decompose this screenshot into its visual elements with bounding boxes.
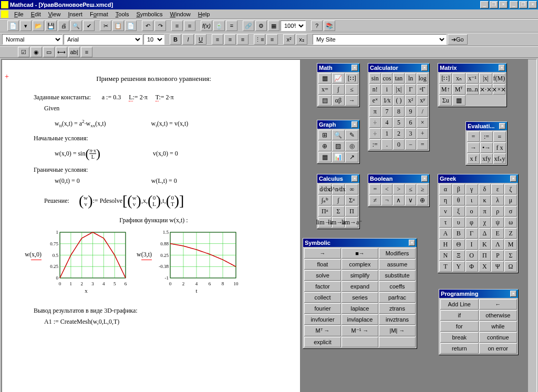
slider-ctrl[interactable]: ⟷ [56, 47, 67, 57]
graph-close[interactable]: × [351, 121, 358, 128]
prog-body-btn-9[interactable]: on error [479, 343, 518, 354]
eval-body-btn-4[interactable]: •→ [480, 142, 493, 153]
font-combo[interactable]: Arial [64, 34, 142, 45]
calc-body-btn-33[interactable]: − [405, 139, 417, 150]
sym-body-btn-19[interactable]: invlaplace [342, 314, 378, 325]
greek-body-btn-24[interactable]: Α [439, 228, 452, 239]
greek-body-btn-31[interactable]: Θ [452, 239, 465, 250]
print-button[interactable]: 🖨 [58, 20, 69, 31]
maximize-button[interactable]: ❐ [519, 1, 527, 8]
calc-body-btn-14[interactable]: xʸ [417, 95, 428, 106]
function-button[interactable]: f(x) [201, 20, 212, 31]
greek-body-btn-19[interactable]: υ [452, 217, 465, 228]
greek-body-btn-3[interactable]: δ [479, 184, 491, 194]
sym-body-btn-5[interactable]: assume [379, 259, 416, 270]
greek-body-btn-9[interactable]: κ [479, 195, 491, 205]
align-left-button[interactable]: ≡ [212, 34, 223, 45]
calculus-body-btn-11[interactable]: lim→a⁻ [345, 217, 358, 228]
calc-body-btn-17[interactable]: 8 [393, 106, 405, 117]
greek-body-btn-28[interactable]: Ε [491, 228, 504, 239]
contour-plot[interactable]: ◎ [345, 141, 358, 151]
calculus-body-btn-1[interactable]: d^n⁄dxⁿ [332, 184, 345, 194]
sym-body-btn-4[interactable]: complex [342, 259, 378, 270]
greek-body-btn-33[interactable]: Κ [479, 239, 491, 250]
zoom-plot[interactable]: 🔍 [332, 130, 345, 140]
calc-body-btn-32[interactable]: 0 [393, 139, 405, 150]
calc-body-btn-21[interactable]: 4 [381, 117, 393, 128]
matrix-body-btn-0[interactable]: [∷] [439, 73, 452, 84]
eval-body-btn-1[interactable]: := [480, 131, 493, 142]
greek-body-btn-43[interactable]: Υ [452, 261, 465, 272]
math-palette[interactable]: Math× ▦📈[∷] x=∫≤ ▤αβ→ [317, 63, 360, 107]
greek-body-btn-16[interactable]: ρ [491, 206, 504, 216]
matrix-close[interactable]: × [499, 65, 505, 71]
sym-body-btn-24[interactable]: explicit [304, 337, 341, 347]
sym-body-btn-2[interactable]: Modifiers [379, 248, 416, 259]
greek-body-btn-27[interactable]: Δ [479, 228, 491, 239]
greek-body-btn-38[interactable]: Ο [465, 250, 478, 261]
greek-body-btn-15[interactable]: π [479, 206, 491, 216]
table-button[interactable]: ▦ [268, 20, 280, 31]
greek-body-btn-37[interactable]: Ξ [452, 250, 465, 261]
bold-button[interactable]: B [170, 34, 181, 45]
eval-body-btn-0[interactable]: = [467, 131, 480, 142]
prog-body-btn-5[interactable]: while [479, 321, 518, 332]
numbers-button[interactable]: ≡ [266, 34, 278, 45]
calculus-close[interactable]: × [351, 176, 358, 182]
prog-body-btn-6[interactable]: break [440, 332, 479, 343]
radio-ctrl[interactable]: ◉ [30, 47, 42, 57]
calc-body-btn-23[interactable]: 6 [405, 117, 417, 128]
align-right-button[interactable]: ≡ [237, 34, 249, 45]
menu-format[interactable]: Format [86, 10, 112, 18]
calc-body-btn-27[interactable]: 2 [393, 128, 405, 139]
greek-body-btn-0[interactable]: α [439, 184, 452, 194]
calculus-body-btn-5[interactable]: Σⁿ [345, 195, 358, 205]
calc-body-btn-28[interactable]: 3 [405, 128, 417, 139]
matrix-body-btn-3[interactable]: |x| [479, 73, 492, 84]
bar3d-plot[interactable]: 📊 [332, 152, 345, 162]
sym-body-btn-11[interactable]: coeffs [379, 281, 416, 292]
bool-close[interactable]: × [421, 176, 428, 182]
open-button[interactable]: 📂 [33, 20, 44, 31]
undo-button[interactable]: ↶ [142, 20, 153, 31]
sym-body-btn-18[interactable]: invfourier [304, 314, 341, 325]
calc-body-btn-9[interactable]: ⁿГ [417, 84, 428, 95]
sym-body-btn-1[interactable]: ■→ [342, 248, 378, 259]
sub-button[interactable]: x₂ [296, 34, 307, 45]
menu-file[interactable]: File [11, 10, 27, 18]
calc-body-btn-4[interactable]: log [417, 73, 428, 84]
menu-window[interactable]: Window [167, 10, 194, 18]
new-button[interactable]: 📄 [7, 20, 19, 31]
scatter3d-plot[interactable]: ▦ [318, 152, 332, 162]
bool-body-btn-8[interactable]: ∨ [405, 195, 417, 205]
greek-body-btn-17[interactable]: σ [504, 206, 517, 216]
greek-body-btn-5[interactable]: ζ [504, 184, 517, 194]
plot-2[interactable]: w(3,t) 0246810-1-0.380.250.881.5 t [154, 230, 239, 294]
vertical-scrollbar[interactable] [528, 59, 536, 392]
greek-body-btn-23[interactable]: ω [504, 217, 517, 228]
calculus-body-btn-7[interactable]: Σ [332, 206, 345, 216]
boolean-palette[interactable]: Boolean× =<>≤≥≠¬∧∨⊕ [368, 174, 430, 207]
calc-body-btn-16[interactable]: 7 [381, 106, 393, 117]
bool-body-btn-1[interactable]: < [381, 184, 393, 194]
greek-body-btn-22[interactable]: ψ [491, 217, 504, 228]
math-close[interactable]: × [351, 65, 358, 71]
greek-body-btn-12[interactable]: ν [439, 206, 452, 216]
eval-body-btn-2[interactable]: ≡ [493, 131, 506, 142]
calc-button[interactable]: = [226, 20, 237, 31]
calc-body-btn-5[interactable]: n! [369, 84, 381, 95]
symbolic-palette[interactable]: Symbolic× →■→Modifiersfloatcomplexassume… [303, 238, 417, 349]
calc-icon[interactable]: ▦ [318, 73, 332, 84]
greek-body-btn-20[interactable]: φ [465, 217, 478, 228]
greek-body-btn-35[interactable]: Μ [504, 239, 517, 250]
greek-body-btn-18[interactable]: τ [439, 217, 452, 228]
matrix-body-btn-10[interactable]: Σu [439, 95, 452, 106]
bool-body-btn-7[interactable]: ∧ [393, 195, 405, 205]
prog-body-btn-1[interactable]: ← [479, 299, 518, 310]
calculus-icon[interactable]: ∫ [332, 84, 345, 95]
paste-button[interactable]: 📄 [125, 20, 137, 31]
sym-body-btn-10[interactable]: expand [342, 281, 378, 292]
prog-body-btn-2[interactable]: if [440, 310, 479, 321]
greek-body-btn-11[interactable]: μ [504, 195, 517, 205]
greek-body-btn-41[interactable]: Σ [504, 250, 517, 261]
